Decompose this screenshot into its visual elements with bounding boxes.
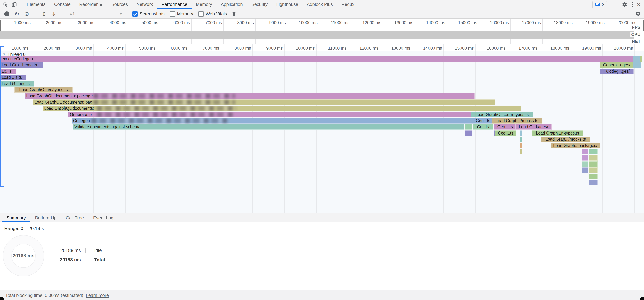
panel-tab-adblock-plus[interactable]: Adblock Plus: [302, 0, 337, 9]
details-tab-summary[interactable]: Summary: [2, 213, 30, 222]
flame-bar[interactable]: [589, 180, 598, 185]
panel-tab-sources[interactable]: Sources: [107, 0, 132, 9]
flame-bar-gen-ts[interactable]: Gen....ts: [494, 124, 516, 130]
flame-bar[interactable]: [465, 124, 472, 130]
flame-chart[interactable]: 1000 ms2000 ms3000 ms4000 ms5000 ms6000 …: [0, 44, 644, 213]
flame-bar[interactable]: [589, 161, 598, 167]
flame-bar-load-graph-mocks-ts[interactable]: Load Graph.../mocks.ts: [492, 118, 542, 124]
overview-tick-label: 1000 ms: [0, 20, 30, 25]
memory-checkbox[interactable]: [170, 11, 175, 17]
panel-tab-recorder[interactable]: Recorder: [75, 0, 107, 9]
flame-bar-genera-ages-[interactable]: Genera...ages/: [600, 62, 634, 68]
settings-gear-icon[interactable]: [622, 2, 628, 8]
overview-right-handle[interactable]: [643, 20, 644, 31]
flame-bar-load-s-ts[interactable]: Load ...s.ts: [0, 75, 26, 80]
flame-bar[interactable]: [465, 130, 472, 136]
flame-bar-lo-s[interactable]: Lo...s: [0, 69, 16, 74]
panel-tab-lighthouse[interactable]: Lighthouse: [272, 0, 302, 9]
tabbar-right-controls: 3 ×: [592, 1, 641, 8]
panel-tab-network[interactable]: Network: [132, 0, 158, 9]
flame-bar[interactable]: [640, 56, 642, 62]
flame-gridline: [571, 44, 571, 213]
flame-bar[interactable]: [589, 167, 598, 173]
flame-bar-label: Lo...s: [2, 69, 12, 74]
history-dropdown[interactable]: #1: [70, 11, 75, 17]
thread-collapse-caret-icon: ▼: [2, 53, 6, 56]
capture-settings-gear-icon[interactable]: [635, 11, 641, 17]
clear-recording-icon[interactable]: ⊘: [24, 11, 29, 17]
checkbox-label[interactable]: Screenshots: [140, 11, 164, 17]
details-tab-call-tree[interactable]: Call Tree: [61, 213, 88, 222]
load-profile-icon[interactable]: ↥: [42, 11, 46, 17]
flame-bar[interactable]: [582, 167, 588, 173]
flame-bar-codegen-[interactable]: Codegen:: [72, 118, 473, 124]
history-dropdown-caret-icon[interactable]: ▾: [120, 11, 122, 16]
selection-bottom-stub: [0, 186, 4, 187]
web-vitals-checkbox[interactable]: [198, 11, 204, 17]
flame-bar-codeg-ges-[interactable]: Codeg...ges/: [602, 69, 634, 74]
flame-bar-load-graphql-documents-package[interactable]: Load GraphQL documents: package: [24, 93, 474, 99]
overview-tick-label: 4000 ms: [96, 20, 126, 25]
flame-bar-cod-ts[interactable]: Cod....ts: [495, 130, 516, 136]
flame-bar[interactable]: [589, 174, 598, 179]
timeline-overview[interactable]: 1000 ms2000 ms3000 ms4000 ms5000 ms6000 …: [0, 19, 644, 44]
flame-bar-load-graphql-urn-types-ts[interactable]: Load GraphQL ...urn-types.ts: [471, 112, 533, 117]
details-tab-bottom-up[interactable]: Bottom-Up: [30, 213, 61, 222]
more-options-kebab-icon[interactable]: [631, 1, 634, 8]
redacted-text: [97, 106, 236, 111]
flame-bar[interactable]: [633, 62, 641, 68]
flame-bar-load-g-kages-[interactable]: Load G...kages/: [515, 124, 552, 130]
panel-tab-memory[interactable]: Memory: [192, 0, 216, 9]
flame-bar[interactable]: [520, 137, 522, 142]
panel-tab-elements[interactable]: Elements: [22, 0, 50, 9]
lane-label-net: NET: [631, 39, 642, 44]
record-button[interactable]: [4, 11, 9, 16]
inspect-element-icon[interactable]: [2, 2, 8, 8]
details-tab-event-log[interactable]: Event Log: [88, 213, 118, 222]
learn-more-link[interactable]: Learn more: [86, 293, 109, 298]
panel-tab-console[interactable]: Console: [50, 0, 75, 9]
flame-gridline: [634, 44, 635, 213]
flame-bar-label: Load Graph.../mocks.ts: [496, 118, 538, 123]
flame-bar-load-graph-n-types-ts[interactable]: Load Graph...n-types.ts: [532, 130, 583, 136]
flame-bar[interactable]: [582, 155, 588, 161]
panel-tab-application[interactable]: Application: [216, 0, 247, 9]
issues-badge-button[interactable]: 3: [592, 1, 607, 8]
flame-bar-load-graph-packages-[interactable]: Load Graph...packages/: [550, 143, 600, 148]
close-devtools-icon[interactable]: ×: [637, 1, 641, 8]
flame-bar[interactable]: [582, 161, 588, 167]
flame-bar-validate-documents-against-schema[interactable]: Validate documents against schema: [73, 124, 464, 130]
panel-tab-label: Security: [252, 2, 268, 7]
overview-tick-label: 18000 ms: [542, 20, 573, 25]
panel-tab-label: Adblock Plus: [307, 2, 333, 7]
flame-bar[interactable]: [520, 130, 522, 136]
panel-tab-redux[interactable]: Redux: [337, 0, 359, 9]
flame-bar-generate-p[interactable]: Generate: p: [68, 112, 472, 117]
flame-bar[interactable]: [589, 155, 598, 161]
flame-bar-gen-ts[interactable]: Gen...ts: [473, 118, 493, 124]
flame-bar-executecodegen[interactable]: executeCodegen: [0, 56, 634, 62]
flame-tick-label: 19000 ms: [570, 46, 601, 51]
flame-bar[interactable]: [589, 149, 598, 154]
flame-bar[interactable]: [520, 149, 522, 154]
reload-and-record-icon[interactable]: ↻: [14, 11, 19, 17]
flame-bar[interactable]: [520, 143, 522, 148]
panel-tab-security[interactable]: Security: [247, 0, 272, 9]
flame-bar-load-g-pes-ts[interactable]: Load G...pes.ts: [0, 81, 34, 87]
device-toolbar-icon[interactable]: [11, 2, 17, 8]
flame-bar-load-graphq-ed-types-ts[interactable]: Load GraphQ...ed/types.ts: [14, 87, 72, 93]
flame-bar-load-grap-mocks-ts[interactable]: Load Grap.../mocks.ts: [541, 137, 590, 142]
screenshots-checkbox[interactable]: [132, 11, 138, 17]
overview-left-handle[interactable]: [0, 20, 1, 31]
flame-bar[interactable]: [582, 149, 588, 154]
garbage-collect-icon[interactable]: [231, 11, 237, 17]
save-profile-icon[interactable]: ↧: [51, 11, 56, 17]
checkbox-label[interactable]: Web Vitals: [206, 11, 227, 17]
panel-tab-performance[interactable]: Performance: [157, 0, 192, 9]
flame-bar-load-gra-hema-ts[interactable]: Load Gra...hema.ts: [0, 62, 43, 68]
flame-bar-co-ts[interactable]: Co...ts: [473, 124, 493, 130]
checkbox-label[interactable]: Memory: [177, 11, 193, 17]
flame-bar-load-graphql-documents-pac[interactable]: Load GraphQL documents: pac: [33, 100, 495, 105]
panel-tabs: ElementsConsoleRecorderSourcesNetworkPer…: [22, 0, 359, 9]
flame-bar-load-graphql-documents-[interactable]: Load GraphQL documents:: [42, 106, 521, 111]
